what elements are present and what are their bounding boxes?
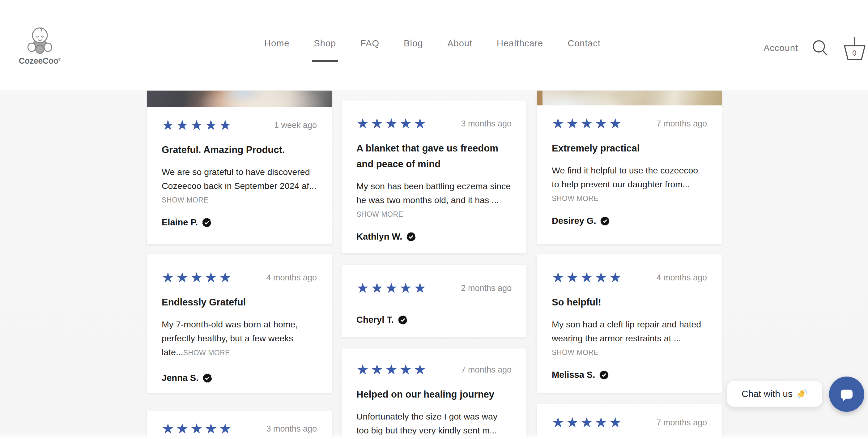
review-body: Unfortunately the size I got was way too… [356,410,512,437]
wave-emoji-icon [797,388,808,400]
cart-count-badge: 0 [852,49,856,58]
star-rating: ★★★★★ [162,422,234,436]
baby-logo-icon [13,26,66,56]
verified-badge-icon [202,218,212,227]
brand-logo[interactable]: CozeeCoo® [13,26,66,66]
review-title: Helped on our healing journey [356,386,512,402]
review-body: My son has been battling eczema since he… [356,179,512,207]
reviewer-name: Desirey G. [552,216,707,226]
review-date: 7 months ago [656,119,707,129]
review-photo-beige-blanket [537,91,722,105]
nav-healthcare[interactable]: Healthcare [497,38,543,49]
review-card: ★★★★★ 4 months ago So helpful! My son ha… [537,254,722,393]
review-date: 3 months ago [461,119,512,129]
review-title: So helpful! [552,294,707,310]
verified-badge-icon [398,315,408,325]
star-rating: ★★★★★ [552,117,623,130]
reviews-column-3: ★★★★★ 7 months ago Extremely practical W… [537,90,722,439]
show-more-link[interactable]: SHOW MORE [183,349,230,357]
main-nav: Home Shop FAQ Blog About Healthcare Cont… [264,38,600,49]
nav-about[interactable]: About [447,38,472,49]
verified-badge-icon [600,216,610,226]
show-more-link[interactable]: SHOW MORE [552,194,598,203]
header-actions: Account 0 [764,35,867,61]
nav-blog[interactable]: Blog [404,38,423,49]
show-more-link[interactable]: SHOW MORE [162,196,208,205]
cart-icon[interactable]: 0 [842,35,867,61]
star-rating: ★★★★★ [162,118,234,132]
nav-contact[interactable]: Contact [567,38,600,49]
reviewer-name: Melissa S. [552,370,707,380]
verified-badge-icon [599,370,609,380]
verified-badge-icon [406,232,416,242]
review-body: We are so grateful to have discovered Co… [162,165,317,193]
star-rating: ★★★★★ [552,415,623,430]
chat-with-us-bubble[interactable]: Chat with us [727,381,822,407]
review-date: 4 months ago [266,273,317,283]
review-card: ★★★★★ 3 months ago A blanket that gave u… [341,100,527,253]
star-rating: ★★★★★ [162,271,234,284]
review-body: We find it helpful to use the cozeecoo t… [552,163,707,191]
review-card: ★★★★★ 7 months ago Helped on our healing… [341,348,527,439]
reviewer-name: Cheryl T. [356,315,512,325]
site-header: CozeeCoo® Home Shop FAQ Blog About Healt… [0,0,868,90]
nav-home[interactable]: Home [264,38,289,49]
registered-mark: ® [58,57,61,62]
review-card: ★★★★★ 1 week ago Grateful. Amazing Produ… [147,90,332,244]
star-rating: ★★★★★ [356,117,428,130]
review-date: 2 months ago [461,283,512,293]
reviews-column-2: ★★★★★ 3 months ago A blanket that gave u… [341,90,527,439]
reviews-column-1: ★★★★★ 1 week ago Grateful. Amazing Produ… [147,90,332,439]
review-date: 1 week ago [274,121,317,130]
review-card: ★★★★★ 7 months ago Extremely practical W… [537,90,722,244]
nav-faq[interactable]: FAQ [361,38,379,49]
review-date: 3 months ago [266,424,317,434]
star-rating: ★★★★★ [356,281,428,295]
review-title: Extremely practical [552,140,707,156]
chat-launcher-button[interactable] [829,377,864,412]
review-photo-baby-in-carseat [147,91,332,107]
review-card: ★★★★★ 7 months ago [537,404,722,439]
star-rating: ★★★★★ [356,363,428,377]
brand-wordmark: CozeeCoo® [13,56,66,66]
review-title: A blanket that gave us freedom and peace… [356,140,512,172]
review-card: ★★★★★ 3 months ago [147,410,332,439]
nav-shop[interactable]: Shop [314,38,336,49]
reviewer-name: Elaine P. [162,217,317,227]
show-more-link[interactable]: SHOW MORE [552,348,598,357]
review-title: Grateful. Amazing Product. [162,142,317,158]
review-card: ★★★★★ 2 months ago Cheryl T. [341,264,527,338]
review-body: My son had a cleft lip repair and hated … [552,317,707,345]
reviewer-name: Kathlyn W. [356,231,512,242]
review-date: 7 months ago [461,365,512,375]
star-rating: ★★★★★ [552,271,623,284]
review-date: 4 months ago [656,273,707,283]
search-icon[interactable] [811,39,829,57]
review-card: ★★★★★ 4 months ago Endlessly Grateful My… [147,254,332,393]
chat-label: Chat with us [742,388,793,399]
verified-badge-icon [203,373,212,383]
account-link[interactable]: Account [764,43,798,53]
chat-bubble-icon [838,386,855,403]
review-date: 7 months ago [656,418,707,428]
show-more-link[interactable]: SHOW MORE [356,210,403,219]
review-body: My 7-month-old was born at home, perfect… [162,317,317,360]
reviewer-name: Jenna S. [162,373,317,383]
review-title: Endlessly Grateful [162,294,317,310]
